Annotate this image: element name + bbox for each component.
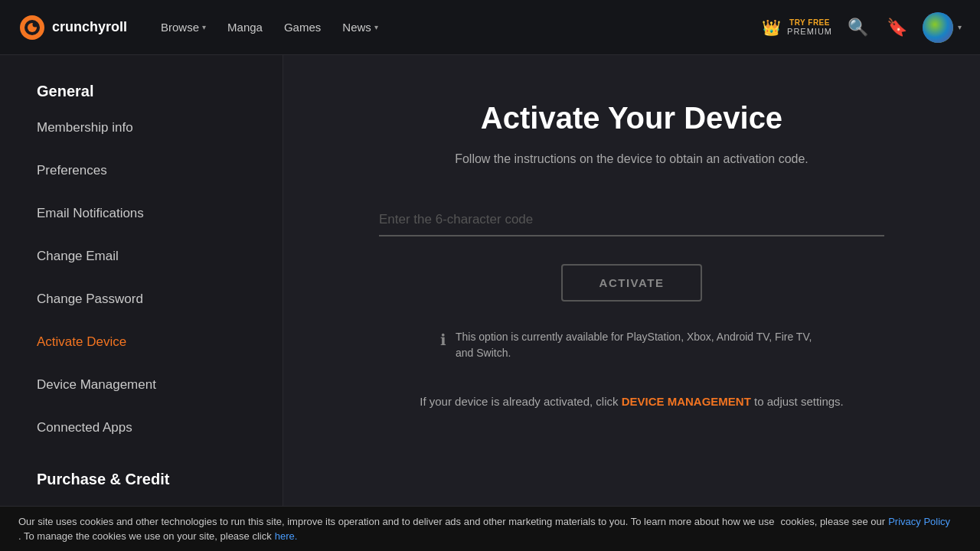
header-right: 👑 TRY FREE PREMIUM 🔍 🔖 ▾ — [762, 12, 962, 43]
logo-text: crunchyroll — [52, 19, 127, 35]
cookie-text-before: Our site uses cookies and other technolo… — [18, 516, 775, 527]
svg-point-3 — [33, 21, 38, 27]
info-box: ℹ This option is currently available for… — [440, 329, 823, 361]
logo[interactable]: crunchyroll — [18, 14, 127, 41]
cookie-here-link[interactable]: here. — [275, 530, 298, 542]
page-subtitle: Follow the instructions on the device to… — [455, 149, 808, 169]
nav-games-label: Games — [284, 21, 321, 34]
cookie-text-after: . To manage the cookies we use on your s… — [18, 530, 272, 542]
search-button[interactable]: 🔍 — [844, 15, 871, 41]
nav-item-browse[interactable]: Browse ▾ — [152, 15, 215, 40]
nav-news-label: News — [342, 21, 371, 34]
bookmark-icon: 🔖 — [887, 18, 907, 37]
search-icon: 🔍 — [848, 18, 868, 37]
bookmark-button[interactable]: 🔖 — [884, 15, 910, 41]
sidebar-item-change-email[interactable]: Change Email — [0, 235, 283, 278]
crunchyroll-logo-icon — [18, 14, 46, 41]
device-mgmt-text-after: to adjust settings. — [754, 395, 844, 408]
nav-browse-label: Browse — [161, 21, 199, 34]
premium-text: TRY FREE PREMIUM — [787, 18, 832, 36]
sidebar-item-activate-device[interactable]: Activate Device — [0, 321, 283, 364]
sidebar-item-preferences[interactable]: Preferences — [0, 149, 283, 192]
nav-manga-label: Manga — [227, 21, 263, 34]
premium-button[interactable]: 👑 TRY FREE PREMIUM — [762, 18, 832, 37]
info-text: This option is currently available for P… — [456, 329, 823, 361]
device-mgmt-text-before: If your device is already activated, cli… — [420, 395, 618, 408]
avatar — [923, 12, 953, 43]
browse-chevron-icon: ▾ — [202, 23, 206, 31]
page-layout: General Membership info Preferences Emai… — [0, 55, 980, 551]
page-title: Activate Your Device — [481, 101, 782, 135]
sidebar-item-change-password[interactable]: Change Password — [0, 278, 283, 321]
sidebar-item-connected-apps[interactable]: Connected Apps — [0, 406, 283, 449]
privacy-policy-link[interactable]: Privacy Policy — [888, 516, 950, 527]
general-section-title: General — [0, 73, 283, 106]
nav-item-news[interactable]: News ▾ — [333, 15, 387, 40]
activate-button[interactable]: ACTIVATE — [561, 264, 703, 302]
info-icon: ℹ — [440, 331, 446, 349]
sidebar-item-device-management[interactable]: Device Management — [0, 364, 283, 406]
crown-icon: 👑 — [762, 18, 781, 37]
premium-label: PREMIUM — [787, 27, 832, 36]
main-nav: Browse ▾ Manga Games News ▾ — [152, 15, 762, 40]
sidebar: General Membership info Preferences Emai… — [0, 55, 283, 551]
sidebar-item-membership-info[interactable]: Membership info — [0, 106, 283, 149]
code-input-wrap — [379, 206, 884, 236]
sidebar-item-email-notifications[interactable]: Email Notifications — [0, 192, 283, 235]
cookie-text-middle: cookies, please see our — [781, 516, 886, 527]
code-input[interactable] — [379, 206, 884, 235]
news-chevron-icon: ▾ — [374, 23, 378, 31]
nav-item-games[interactable]: Games — [275, 15, 330, 40]
header: crunchyroll Browse ▾ Manga Games News ▾ … — [0, 0, 980, 55]
main-content: Activate Your Device Follow the instruct… — [283, 55, 980, 551]
purchase-section-title: Purchase & Credit — [0, 461, 283, 494]
cookie-bar: Our site uses cookies and other technolo… — [0, 506, 980, 551]
avatar-chevron-icon: ▾ — [958, 23, 962, 31]
nav-item-manga[interactable]: Manga — [218, 15, 272, 40]
device-management-link[interactable]: DEVICE MANAGEMENT — [622, 395, 751, 408]
device-management-section: If your device is already activated, cli… — [420, 392, 844, 412]
activate-card: Activate Your Device Follow the instruct… — [379, 101, 884, 411]
avatar-image — [923, 12, 953, 43]
user-avatar-button[interactable]: ▾ — [923, 12, 962, 43]
try-free-label: TRY FREE — [787, 18, 832, 27]
